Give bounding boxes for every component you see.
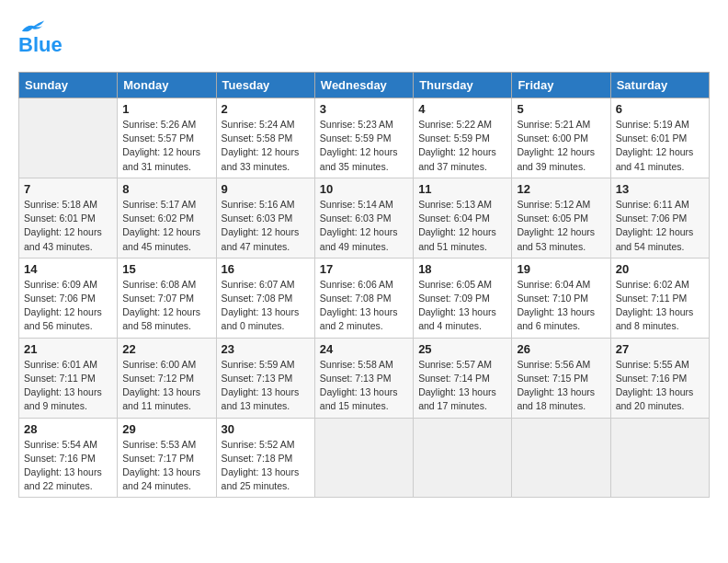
calendar-cell: 19Sunrise: 6:04 AMSunset: 7:10 PMDayligh… bbox=[512, 258, 610, 338]
day-info-line: and 35 minutes. bbox=[320, 161, 389, 172]
day-number: 10 bbox=[320, 182, 408, 196]
day-info-line: Sunrise: 6:05 AM bbox=[418, 279, 492, 290]
day-info-line: Sunset: 6:05 PM bbox=[517, 213, 588, 224]
day-info-line: Daylight: 13 hours bbox=[222, 466, 300, 477]
day-info-line: Sunset: 6:02 PM bbox=[122, 213, 194, 224]
day-content: Sunrise: 5:59 AMSunset: 7:13 PMDaylight:… bbox=[222, 358, 310, 414]
calendar-week-row: 7Sunrise: 5:18 AMSunset: 6:01 PMDaylight… bbox=[19, 178, 710, 258]
day-number: 14 bbox=[24, 262, 112, 276]
day-info-line: and 0 minutes. bbox=[222, 320, 285, 331]
day-info-line: and 6 minutes. bbox=[517, 320, 580, 331]
day-info-line: and 20 minutes. bbox=[616, 400, 685, 411]
calendar-cell: 4Sunrise: 5:22 AMSunset: 5:59 PMDaylight… bbox=[414, 98, 512, 178]
calendar-cell: 21Sunrise: 6:01 AMSunset: 7:11 PMDayligh… bbox=[19, 338, 118, 418]
day-info-line: Sunset: 7:10 PM bbox=[517, 293, 588, 304]
day-info-line: Daylight: 12 hours bbox=[24, 306, 102, 317]
day-number: 1 bbox=[122, 102, 210, 116]
day-info-line: and 31 minutes. bbox=[122, 161, 191, 172]
calendar-week-row: 21Sunrise: 6:01 AMSunset: 7:11 PMDayligh… bbox=[19, 338, 710, 418]
day-number: 27 bbox=[616, 342, 704, 356]
day-info-line: Sunrise: 5:21 AM bbox=[517, 119, 590, 130]
day-info-line: and 53 minutes. bbox=[517, 241, 586, 252]
day-number: 11 bbox=[418, 182, 506, 196]
day-info-line: Sunrise: 5:13 AM bbox=[418, 199, 492, 210]
day-info-line: Sunrise: 6:01 AM bbox=[24, 359, 97, 370]
day-content: Sunrise: 6:01 AMSunset: 7:11 PMDaylight:… bbox=[24, 358, 112, 414]
day-content: Sunrise: 6:08 AMSunset: 7:07 PMDaylight:… bbox=[122, 278, 210, 334]
day-info-line: Sunset: 7:13 PM bbox=[320, 373, 392, 384]
day-number: 16 bbox=[222, 262, 310, 276]
day-info-line: Sunset: 7:17 PM bbox=[122, 453, 194, 464]
day-info-line: and 15 minutes. bbox=[320, 400, 389, 411]
calendar-cell: 5Sunrise: 5:21 AMSunset: 6:00 PMDaylight… bbox=[512, 98, 610, 178]
calendar-cell: 23Sunrise: 5:59 AMSunset: 7:13 PMDayligh… bbox=[216, 338, 314, 418]
logo: Blue bbox=[18, 18, 63, 57]
weekday-header-saturday: Saturday bbox=[610, 73, 709, 98]
day-content: Sunrise: 5:57 AMSunset: 7:14 PMDaylight:… bbox=[418, 358, 506, 414]
day-info-line: Daylight: 13 hours bbox=[616, 306, 694, 317]
day-number: 23 bbox=[222, 342, 310, 356]
day-info-line: Daylight: 13 hours bbox=[517, 386, 595, 397]
day-info-line: Sunset: 7:06 PM bbox=[24, 293, 96, 304]
calendar-cell: 10Sunrise: 5:14 AMSunset: 6:03 PMDayligh… bbox=[314, 178, 413, 258]
day-info-line: Sunset: 7:11 PM bbox=[616, 293, 688, 304]
weekday-header-sunday: Sunday bbox=[19, 73, 118, 98]
calendar-cell: 2Sunrise: 5:24 AMSunset: 5:58 PMDaylight… bbox=[216, 98, 314, 178]
day-number: 22 bbox=[122, 342, 210, 356]
day-info-line: Sunset: 6:03 PM bbox=[320, 213, 392, 224]
day-number: 26 bbox=[517, 342, 605, 356]
day-info-line: and 51 minutes. bbox=[418, 241, 487, 252]
day-info-line: Daylight: 13 hours bbox=[222, 386, 300, 397]
day-info-line: Sunrise: 5:14 AM bbox=[320, 199, 393, 210]
day-content: Sunrise: 5:23 AMSunset: 5:59 PMDaylight:… bbox=[320, 118, 408, 174]
day-info-line: Daylight: 12 hours bbox=[320, 226, 398, 237]
calendar-cell: 28Sunrise: 5:54 AMSunset: 7:16 PMDayligh… bbox=[19, 418, 118, 498]
day-info-line: and 25 minutes. bbox=[222, 480, 290, 491]
calendar-cell: 9Sunrise: 5:16 AMSunset: 6:03 PMDaylight… bbox=[216, 178, 314, 258]
day-info-line: Daylight: 13 hours bbox=[320, 386, 398, 397]
day-info-line: Sunrise: 5:16 AM bbox=[222, 199, 295, 210]
day-number: 28 bbox=[24, 422, 112, 436]
calendar-cell bbox=[314, 418, 413, 498]
day-info-line: Sunset: 7:07 PM bbox=[122, 293, 194, 304]
calendar-cell: 1Sunrise: 5:26 AMSunset: 5:57 PMDaylight… bbox=[118, 98, 216, 178]
calendar-cell: 29Sunrise: 5:53 AMSunset: 7:17 PMDayligh… bbox=[118, 418, 216, 498]
weekday-header-thursday: Thursday bbox=[414, 73, 512, 98]
day-info-line: Daylight: 12 hours bbox=[517, 146, 595, 157]
day-info-line: Sunrise: 5:53 AM bbox=[122, 439, 196, 450]
calendar-cell bbox=[512, 418, 610, 498]
day-info-line: Sunrise: 5:58 AM bbox=[320, 359, 393, 370]
day-info-line: Sunset: 7:09 PM bbox=[418, 293, 490, 304]
day-content: Sunrise: 5:56 AMSunset: 7:15 PMDaylight:… bbox=[517, 358, 605, 414]
day-content: Sunrise: 5:24 AMSunset: 5:58 PMDaylight:… bbox=[222, 118, 310, 174]
day-content: Sunrise: 5:21 AMSunset: 6:00 PMDaylight:… bbox=[517, 118, 605, 174]
calendar-cell: 13Sunrise: 6:11 AMSunset: 7:06 PMDayligh… bbox=[610, 178, 709, 258]
day-info-line: Sunset: 7:11 PM bbox=[24, 373, 96, 384]
calendar-cell bbox=[414, 418, 512, 498]
day-info-line: Sunset: 5:58 PM bbox=[222, 132, 293, 144]
day-content: Sunrise: 6:06 AMSunset: 7:08 PMDaylight:… bbox=[320, 278, 408, 334]
day-info-line: Daylight: 13 hours bbox=[24, 386, 102, 397]
calendar-cell: 6Sunrise: 5:19 AMSunset: 6:01 PMDaylight… bbox=[610, 98, 709, 178]
calendar-cell: 11Sunrise: 5:13 AMSunset: 6:04 PMDayligh… bbox=[414, 178, 512, 258]
day-info-line: Sunset: 7:15 PM bbox=[517, 373, 588, 384]
day-info-line: Sunrise: 6:09 AM bbox=[24, 279, 97, 290]
day-content: Sunrise: 6:00 AMSunset: 7:12 PMDaylight:… bbox=[122, 358, 210, 414]
day-content: Sunrise: 5:58 AMSunset: 7:13 PMDaylight:… bbox=[320, 358, 408, 414]
day-info-line: Sunrise: 5:54 AM bbox=[24, 439, 97, 450]
day-number: 4 bbox=[418, 102, 506, 116]
day-number: 8 bbox=[122, 182, 210, 196]
day-info-line: Sunrise: 6:02 AM bbox=[616, 279, 689, 290]
day-info-line: and 33 minutes. bbox=[222, 161, 290, 172]
day-info-line: and 49 minutes. bbox=[320, 241, 389, 252]
calendar-cell: 18Sunrise: 6:05 AMSunset: 7:09 PMDayligh… bbox=[414, 258, 512, 338]
day-info-line: Sunset: 6:03 PM bbox=[222, 213, 293, 224]
day-info-line: Sunset: 7:16 PM bbox=[24, 453, 96, 464]
day-info-line: and 22 minutes. bbox=[24, 480, 93, 491]
day-info-line: Sunrise: 5:19 AM bbox=[616, 119, 689, 130]
day-content: Sunrise: 6:02 AMSunset: 7:11 PMDaylight:… bbox=[616, 278, 704, 334]
day-number: 20 bbox=[616, 262, 704, 276]
day-info-line: Daylight: 12 hours bbox=[418, 146, 496, 157]
day-content: Sunrise: 5:12 AMSunset: 6:05 PMDaylight:… bbox=[517, 198, 605, 254]
day-info-line: and 47 minutes. bbox=[222, 241, 290, 252]
